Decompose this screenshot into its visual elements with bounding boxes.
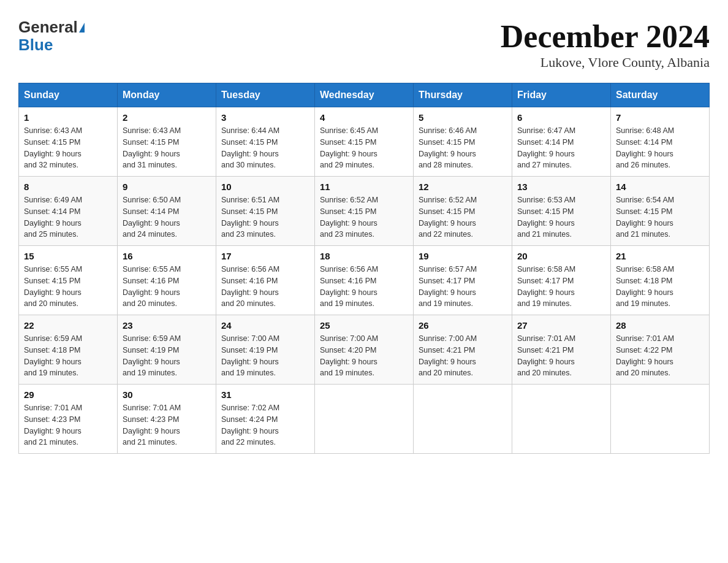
day-number: 27	[517, 320, 605, 331]
calendar-cell	[315, 385, 414, 454]
calendar-cell: 27Sunrise: 7:01 AMSunset: 4:21 PMDayligh…	[512, 315, 611, 385]
day-info: Sunrise: 6:55 AMSunset: 4:16 PMDaylight:…	[123, 264, 211, 310]
day-info: Sunrise: 6:55 AMSunset: 4:15 PMDaylight:…	[24, 264, 112, 310]
calendar-cell: 4Sunrise: 6:45 AMSunset: 4:15 PMDaylight…	[315, 107, 414, 177]
title-block: December 2024 Lukove, Vlore County, Alba…	[501, 18, 710, 71]
calendar-cell: 26Sunrise: 7:00 AMSunset: 4:21 PMDayligh…	[414, 315, 512, 385]
header-wednesday: Wednesday	[315, 83, 414, 107]
day-number: 13	[517, 182, 605, 192]
calendar-cell: 15Sunrise: 6:55 AMSunset: 4:15 PMDayligh…	[19, 246, 118, 315]
day-number: 6	[517, 112, 605, 123]
calendar-cell: 5Sunrise: 6:46 AMSunset: 4:15 PMDaylight…	[414, 107, 512, 177]
day-number: 24	[221, 320, 309, 331]
day-info: Sunrise: 7:02 AMSunset: 4:24 PMDaylight:…	[221, 402, 309, 448]
calendar-cell: 14Sunrise: 6:54 AMSunset: 4:15 PMDayligh…	[611, 177, 710, 246]
page-header: General Blue December 2024 Lukove, Vlore…	[18, 18, 710, 71]
calendar-cell	[611, 385, 710, 454]
calendar-cell: 21Sunrise: 6:58 AMSunset: 4:18 PMDayligh…	[611, 246, 710, 315]
day-number: 14	[616, 182, 704, 192]
day-info: Sunrise: 7:00 AMSunset: 4:19 PMDaylight:…	[221, 333, 309, 379]
day-number: 19	[419, 251, 507, 261]
day-info: Sunrise: 6:52 AMSunset: 4:15 PMDaylight:…	[419, 194, 507, 240]
header-saturday: Saturday	[611, 83, 710, 107]
calendar-cell: 23Sunrise: 6:59 AMSunset: 4:19 PMDayligh…	[118, 315, 216, 385]
day-info: Sunrise: 7:00 AMSunset: 4:21 PMDaylight:…	[419, 333, 507, 379]
day-info: Sunrise: 6:52 AMSunset: 4:15 PMDaylight:…	[320, 194, 408, 240]
day-number: 9	[123, 182, 211, 192]
day-number: 1	[24, 112, 112, 123]
calendar-cell: 11Sunrise: 6:52 AMSunset: 4:15 PMDayligh…	[315, 177, 414, 246]
day-number: 8	[24, 182, 112, 192]
day-number: 18	[320, 251, 408, 261]
day-info: Sunrise: 6:46 AMSunset: 4:15 PMDaylight:…	[419, 125, 507, 171]
day-info: Sunrise: 6:43 AMSunset: 4:15 PMDaylight:…	[123, 125, 211, 171]
day-number: 16	[123, 251, 211, 261]
day-number: 20	[517, 251, 605, 261]
day-number: 28	[616, 320, 704, 331]
logo-text: General Blue	[18, 18, 85, 53]
day-info: Sunrise: 6:57 AMSunset: 4:17 PMDaylight:…	[419, 264, 507, 310]
day-info: Sunrise: 7:01 AMSunset: 4:23 PMDaylight:…	[123, 402, 211, 448]
day-info: Sunrise: 6:53 AMSunset: 4:15 PMDaylight:…	[517, 194, 605, 240]
calendar-cell: 18Sunrise: 6:56 AMSunset: 4:16 PMDayligh…	[315, 246, 414, 315]
day-info: Sunrise: 6:54 AMSunset: 4:15 PMDaylight:…	[616, 194, 704, 240]
calendar-cell: 6Sunrise: 6:47 AMSunset: 4:14 PMDaylight…	[512, 107, 611, 177]
calendar-cell: 25Sunrise: 7:00 AMSunset: 4:20 PMDayligh…	[315, 315, 414, 385]
calendar-cell	[512, 385, 611, 454]
day-info: Sunrise: 6:58 AMSunset: 4:17 PMDaylight:…	[517, 264, 605, 310]
day-info: Sunrise: 6:49 AMSunset: 4:14 PMDaylight:…	[24, 194, 112, 240]
day-number: 25	[320, 320, 408, 331]
calendar-title: December 2024	[501, 18, 710, 55]
day-number: 12	[419, 182, 507, 192]
calendar-cell: 3Sunrise: 6:44 AMSunset: 4:15 PMDaylight…	[216, 107, 315, 177]
calendar-cell: 19Sunrise: 6:57 AMSunset: 4:17 PMDayligh…	[414, 246, 512, 315]
day-info: Sunrise: 6:48 AMSunset: 4:14 PMDaylight:…	[616, 125, 704, 171]
day-number: 5	[419, 112, 507, 123]
calendar-week-1: 1Sunrise: 6:43 AMSunset: 4:15 PMDaylight…	[19, 107, 710, 177]
day-number: 29	[24, 389, 112, 400]
day-number: 15	[24, 251, 112, 261]
calendar-table: Sunday Monday Tuesday Wednesday Thursday…	[18, 83, 710, 454]
header-monday: Monday	[118, 83, 216, 107]
day-number: 4	[320, 112, 408, 123]
calendar-cell: 31Sunrise: 7:02 AMSunset: 4:24 PMDayligh…	[216, 385, 315, 454]
day-number: 11	[320, 182, 408, 192]
day-info: Sunrise: 6:45 AMSunset: 4:15 PMDaylight:…	[320, 125, 408, 171]
day-info: Sunrise: 6:43 AMSunset: 4:15 PMDaylight:…	[24, 125, 112, 171]
calendar-cell: 29Sunrise: 7:01 AMSunset: 4:23 PMDayligh…	[19, 385, 118, 454]
day-info: Sunrise: 7:01 AMSunset: 4:21 PMDaylight:…	[517, 333, 605, 379]
day-number: 22	[24, 320, 112, 331]
calendar-cell: 20Sunrise: 6:58 AMSunset: 4:17 PMDayligh…	[512, 246, 611, 315]
day-number: 10	[221, 182, 309, 192]
header-thursday: Thursday	[414, 83, 512, 107]
day-info: Sunrise: 7:01 AMSunset: 4:22 PMDaylight:…	[616, 333, 704, 379]
calendar-cell: 17Sunrise: 6:56 AMSunset: 4:16 PMDayligh…	[216, 246, 315, 315]
calendar-cell: 9Sunrise: 6:50 AMSunset: 4:14 PMDaylight…	[118, 177, 216, 246]
calendar-cell: 13Sunrise: 6:53 AMSunset: 4:15 PMDayligh…	[512, 177, 611, 246]
day-number: 26	[419, 320, 507, 331]
calendar-week-5: 29Sunrise: 7:01 AMSunset: 4:23 PMDayligh…	[19, 385, 710, 454]
day-info: Sunrise: 6:56 AMSunset: 4:16 PMDaylight:…	[221, 264, 309, 310]
logo-triangle-icon	[79, 23, 85, 33]
day-info: Sunrise: 6:56 AMSunset: 4:16 PMDaylight:…	[320, 264, 408, 310]
calendar-week-3: 15Sunrise: 6:55 AMSunset: 4:15 PMDayligh…	[19, 246, 710, 315]
day-info: Sunrise: 7:01 AMSunset: 4:23 PMDaylight:…	[24, 402, 112, 448]
calendar-cell: 12Sunrise: 6:52 AMSunset: 4:15 PMDayligh…	[414, 177, 512, 246]
day-info: Sunrise: 6:50 AMSunset: 4:14 PMDaylight:…	[123, 194, 211, 240]
calendar-cell: 8Sunrise: 6:49 AMSunset: 4:14 PMDaylight…	[19, 177, 118, 246]
calendar-cell: 24Sunrise: 7:00 AMSunset: 4:19 PMDayligh…	[216, 315, 315, 385]
calendar-cell: 10Sunrise: 6:51 AMSunset: 4:15 PMDayligh…	[216, 177, 315, 246]
day-number: 3	[221, 112, 309, 123]
day-number: 2	[123, 112, 211, 123]
calendar-cell: 22Sunrise: 6:59 AMSunset: 4:18 PMDayligh…	[19, 315, 118, 385]
day-info: Sunrise: 7:00 AMSunset: 4:20 PMDaylight:…	[320, 333, 408, 379]
location-subtitle: Lukove, Vlore County, Albania	[501, 55, 710, 71]
day-number: 30	[123, 389, 211, 400]
day-info: Sunrise: 6:58 AMSunset: 4:18 PMDaylight:…	[616, 264, 704, 310]
calendar-cell: 2Sunrise: 6:43 AMSunset: 4:15 PMDaylight…	[118, 107, 216, 177]
day-info: Sunrise: 6:47 AMSunset: 4:14 PMDaylight:…	[517, 125, 605, 171]
calendar-cell: 16Sunrise: 6:55 AMSunset: 4:16 PMDayligh…	[118, 246, 216, 315]
calendar-cell: 1Sunrise: 6:43 AMSunset: 4:15 PMDaylight…	[19, 107, 118, 177]
day-info: Sunrise: 6:51 AMSunset: 4:15 PMDaylight:…	[221, 194, 309, 240]
calendar-header-row: Sunday Monday Tuesday Wednesday Thursday…	[19, 83, 710, 107]
